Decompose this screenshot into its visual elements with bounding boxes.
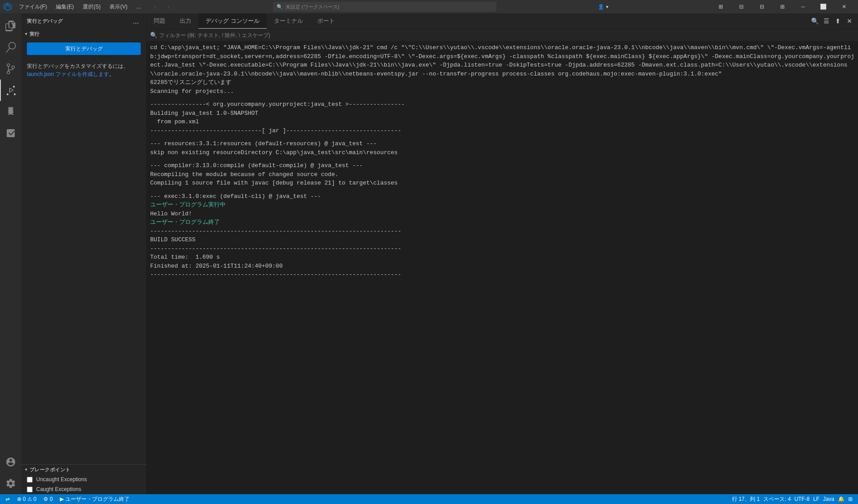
- status-line-col[interactable]: 行 17、列 1: [730, 494, 762, 504]
- console-line: Compiling 1 source file with javac [debu…: [150, 179, 854, 188]
- run-icon: ⚙: [43, 496, 48, 502]
- errors-count: 0: [23, 496, 26, 502]
- tab-debug-console[interactable]: デバッグ コンソール: [198, 13, 267, 29]
- activity-testing[interactable]: [0, 122, 21, 144]
- language-text: Java: [823, 496, 834, 502]
- console-line: --- resources:3.3.1:resources (default-r…: [150, 139, 854, 148]
- activity-source-control[interactable]: [0, 58, 21, 80]
- breakpoints-section: ▾ ブレークポイント Uncaught Exceptions Caught Ex…: [21, 464, 146, 494]
- status-errors[interactable]: ⊗ 0 ⚠ 0: [15, 494, 38, 504]
- uncaught-exceptions-checkbox[interactable]: [27, 477, 33, 483]
- console-line: --- compiler:3.13.0:compile (default-com…: [150, 161, 854, 170]
- console-line: BUILD SUCCESS: [150, 235, 854, 244]
- console-line: Hello World!: [150, 210, 854, 218]
- line-col-text: 行 17、列 1: [732, 496, 760, 503]
- spaces-text: スペース: 4: [763, 496, 791, 503]
- activity-bar: [0, 13, 21, 494]
- tab-output[interactable]: 出力: [172, 13, 198, 29]
- layout-toggle-2[interactable]: ⊟: [731, 0, 752, 13]
- status-layout[interactable]: ⊞: [846, 494, 854, 504]
- panel-filter-button[interactable]: 🔍: [810, 16, 820, 26]
- nav-forward-button[interactable]: ›: [162, 0, 175, 13]
- sidebar-title: 実行とデバッグ: [27, 18, 63, 25]
- remote-icon: ⇌: [5, 496, 10, 502]
- caught-exceptions-checkbox[interactable]: [27, 487, 33, 492]
- console-line: [150, 135, 854, 139]
- panel-maximize-button[interactable]: ⬆: [833, 16, 843, 26]
- search-icon: 🔍: [277, 4, 283, 10]
- line-ending-text: LF: [813, 496, 820, 502]
- layout-toggle-1[interactable]: ⊞: [711, 0, 731, 13]
- encoding-text: UTF-8: [795, 496, 810, 502]
- menu-bar: ファイル(F) 編集(E) 選択(S) 表示(V) ...: [14, 0, 145, 13]
- run-arrow-icon: ▶: [60, 496, 64, 502]
- tab-ports[interactable]: ポート: [310, 13, 342, 29]
- menu-file[interactable]: ファイル(F): [14, 0, 51, 13]
- status-run-info[interactable]: ⚙ 0: [42, 494, 55, 504]
- status-notifications[interactable]: 🔔: [836, 494, 846, 504]
- console-line: [150, 157, 854, 161]
- status-spaces[interactable]: スペース: 4: [761, 494, 792, 504]
- activity-run-debug[interactable]: [0, 80, 21, 101]
- panel-more-actions-button[interactable]: ☰: [821, 16, 831, 26]
- status-language[interactable]: Java: [821, 494, 836, 504]
- filter-input[interactable]: [159, 32, 854, 38]
- sidebar-actions: ...: [131, 17, 141, 26]
- panel-close-button[interactable]: ✕: [845, 16, 854, 26]
- run-section-header[interactable]: ▾ 実行: [21, 29, 146, 39]
- activity-explorer[interactable]: [0, 15, 21, 37]
- remote-indicator[interactable]: 👤 ▾: [594, 4, 612, 10]
- menu-select[interactable]: 選択(S): [78, 0, 105, 13]
- menu-more[interactable]: ...: [132, 0, 145, 13]
- window-restore-button[interactable]: ⬜: [813, 0, 834, 13]
- console-line: skip non existing resourceDirectory C:\a…: [150, 148, 854, 157]
- window-close-button[interactable]: ✕: [834, 0, 854, 13]
- status-remote[interactable]: ⇌: [4, 494, 12, 504]
- breakpoints-section-header[interactable]: ▾ ブレークポイント: [21, 465, 146, 475]
- warnings-icon: ⚠: [27, 496, 32, 502]
- panel-tabs: 問題 出力 デバッグ コンソール ターミナル ポート 🔍 ☰ ⬆ ✕: [147, 13, 858, 29]
- status-line-ending[interactable]: LF: [812, 494, 821, 504]
- search-placeholder-text: 未設定 (ワークスペース): [286, 4, 339, 10]
- activity-extensions[interactable]: [0, 101, 21, 122]
- run-debug-button[interactable]: 実行とデバッグ: [27, 42, 141, 55]
- activity-account[interactable]: [0, 451, 21, 473]
- global-search-bar[interactable]: 🔍 未設定 (ワークスペース): [273, 2, 496, 12]
- content-area: 問題 出力 デバッグ コンソール ターミナル ポート 🔍 ☰ ⬆ ✕ 🔍 cd …: [147, 13, 858, 494]
- nav-back-button[interactable]: ‹: [149, 0, 161, 13]
- profile-icon: 👤: [598, 4, 604, 10]
- console-line: ----------------------------------------…: [150, 270, 854, 279]
- console-line: ----------------------------------------…: [150, 244, 854, 253]
- nav-buttons: ‹ ›: [149, 0, 175, 13]
- status-program-status[interactable]: ▶ ユーザー・プログラム終了: [58, 494, 131, 504]
- tab-problems[interactable]: 問題: [147, 13, 172, 29]
- caught-exceptions-item: Caught Exceptions: [21, 484, 146, 494]
- sidebar-header: 実行とデバッグ ...: [21, 13, 146, 29]
- menu-edit[interactable]: 編集(E): [51, 0, 78, 13]
- console-line: Scanning for projects...: [150, 87, 854, 96]
- customize-text-after: 。: [109, 71, 114, 77]
- layout-toggle-3[interactable]: ⊟: [752, 0, 772, 13]
- console-line: Recompiling the module because of change…: [150, 170, 854, 179]
- window-controls: ⊞ ⊟ ⊟ ⊞ ─ ⬜ ✕: [711, 0, 854, 13]
- console-line: Finished at: 2025-01-11T11:24:40+09:00: [150, 262, 854, 271]
- run-section-label: 実行: [29, 31, 40, 38]
- breakpoints-chevron: ▾: [25, 467, 28, 472]
- titlebar: ファイル(F) 編集(E) 選択(S) 表示(V) ... ‹ › 🔍 未設定 …: [0, 0, 858, 13]
- launch-json-link[interactable]: launch.json ファイルを作成します: [27, 71, 109, 77]
- console-output[interactable]: cd C:\app\java_test; "JAVA_HOME=C:\\Prog…: [147, 42, 858, 494]
- run-section-chevron: ▾: [25, 32, 28, 36]
- profile-dropdown-icon: ▾: [606, 4, 609, 10]
- tab-terminal[interactable]: ターミナル: [267, 13, 310, 29]
- window-minimize-button[interactable]: ─: [793, 0, 813, 13]
- console-line: ----------------< org.yourcompany.yourpr…: [150, 100, 854, 109]
- main-container: 実行とデバッグ ... ▾ 実行 実行とデバッグ 実行とデバッグをカスタマイズす…: [0, 13, 858, 494]
- activity-settings[interactable]: [0, 473, 21, 494]
- layout-toggle-4[interactable]: ⊞: [772, 0, 793, 13]
- console-line: --- exec:3.1.0:exec (default-cli) @ java…: [150, 192, 854, 201]
- sidebar-more-actions-button[interactable]: ...: [131, 17, 141, 26]
- status-encoding[interactable]: UTF-8: [793, 494, 812, 504]
- customize-text-before: 実行とデバッグをカスタマイズするには、: [27, 63, 129, 69]
- menu-view[interactable]: 表示(V): [105, 0, 132, 13]
- activity-search[interactable]: [0, 37, 21, 58]
